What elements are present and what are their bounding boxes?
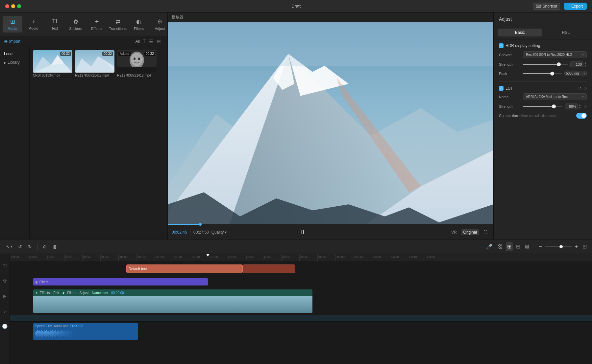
zoom-out-button[interactable]: − [537,242,543,251]
toolbar-item-text[interactable]: TI Text [45,16,64,32]
export-button[interactable]: ↑ Export [564,3,587,10]
peak-dropdown[interactable]: 5000 nits ▾ [564,71,587,76]
playhead-ruler [208,254,208,262]
strength-value[interactable] [570,61,583,67]
media-left-nav: Local ▶Library [0,47,30,239]
svg-rect-53 [62,331,62,336]
link-chain-button[interactable]: ⛓ [496,242,504,251]
media-panel: ⊕ Import All ⚿ ☰ ⊞ Local ▶Library [0,36,167,239]
ruler-mark: |01:00 [118,254,136,262]
time-total: 00:27:58 [193,230,209,235]
media-thumb-1[interactable]: 00:32 CRST001334.mov [33,50,72,77]
lut-reset-button[interactable]: ↺ [578,86,582,91]
toolbar-item-audio[interactable]: ♪ Audio [24,16,43,32]
svg-rect-46 [55,330,56,337]
lut-strength-diamond[interactable]: ◇ [584,104,587,109]
toolbar-item-filters[interactable]: ◐ Filters [129,16,149,33]
filters-clip[interactable]: ◐ Filters [33,278,208,285]
media-thumb-2[interactable]: 00:32 RE127838721412.mp4 [75,50,114,77]
adjust-title: Adjust [494,12,592,26]
svg-rect-40 [49,332,50,335]
ruler-mark: |01:50 [209,254,227,262]
lut-strength-down[interactable]: ▼ [579,107,581,109]
svg-point-10 [134,57,136,60]
lut-strength-up[interactable]: ▲ [579,104,581,106]
thumb-duration-1: 00:32 [60,52,71,56]
grid-view-icon[interactable]: ⊞ [157,39,163,44]
import-button[interactable]: ⊕ Import [4,39,20,44]
text-clip-main[interactable]: Default text [126,264,243,273]
select-tool[interactable]: ↖ ▾ [4,243,14,251]
svg-rect-35 [44,330,45,337]
toolbar-item-stickers[interactable]: ✿ Stickers [66,16,86,33]
peak-slider[interactable] [523,73,562,74]
hdr-checkbox[interactable]: ✓ [499,43,504,48]
audio-track: Speed 2.0x Audio.aac 00:00:00 [10,322,592,342]
video-progress-bar[interactable] [168,224,493,225]
lut-strength-value[interactable] [565,103,578,109]
svg-rect-42 [51,331,52,336]
ruler-mark: |02:00 [227,254,245,262]
play-pause-button[interactable]: ⏸ [300,229,306,236]
split-button[interactable]: ⊘ [41,243,49,251]
delete-button[interactable]: 🗑 [51,243,59,251]
fit-timeline-button[interactable]: ⊡ [581,242,588,251]
complexion-toggle[interactable] [576,113,587,119]
svg-rect-49 [58,330,59,337]
tab-hsl[interactable]: HSL [544,29,588,36]
split-link-button[interactable]: ⊠ [524,242,530,251]
strength-down[interactable]: ▼ [584,65,587,67]
original-button[interactable]: Original [461,229,479,235]
quality-button[interactable]: Quality ▾ [211,230,227,235]
toolbar-item-adjust[interactable]: ⚙ Adjust [150,16,170,33]
svg-rect-60 [69,330,69,337]
fullscreen-video-button[interactable]: ⛶ [481,229,489,235]
mic-button[interactable]: 🎤 [485,242,494,251]
lut-controls: ↺ ◇ [578,86,587,91]
lut-checkbox[interactable]: ✓ [499,86,504,91]
undo-button[interactable]: ↺ [16,243,24,251]
svg-rect-56 [65,332,65,336]
zoom-slider[interactable] [545,246,572,247]
fullscreen-button[interactable] [17,4,21,8]
redo-button[interactable]: ↻ [26,243,34,251]
audio-clip[interactable]: Speed 2.0x Audio.aac 00:00:00 [33,323,138,340]
tab-basic[interactable]: Basic [498,29,542,36]
effects-nav-icon: ✦ [94,18,99,25]
toolbar-item-effects[interactable]: ✦ Effects [87,16,107,33]
strength-slider[interactable] [523,64,568,65]
close-button[interactable] [5,4,9,8]
svg-rect-62 [71,330,71,337]
toolbar-item-transitions[interactable]: ⇄ Transitions [108,16,128,33]
video-panel: 播放器 [168,12,493,239]
nav-library[interactable]: ▶Library [0,58,29,67]
minimize-button[interactable] [11,4,15,8]
filters-clip-tag-icon: ◐ [62,291,65,295]
convert-dropdown[interactable]: Rec.709 SDR to Rec.2020 HLG ▾ [523,51,587,58]
svg-rect-33 [42,331,43,337]
snap-button[interactable]: ⊞ [506,242,513,251]
nav-local[interactable]: Local [0,50,29,58]
svg-rect-58 [67,330,67,338]
svg-rect-12 [117,67,157,73]
shortcut-button[interactable]: ⌨ Shortcut [533,3,560,10]
vr-button[interactable]: VR [449,229,459,235]
lut-diamond-button[interactable]: ◇ [584,86,587,91]
text-clip-right[interactable] [243,264,295,273]
list-view-icon[interactable]: ☰ [149,39,156,44]
lut-name-label: Name [499,95,520,99]
svg-point-11 [138,57,140,60]
ruler-mark: |00:20 [46,254,64,262]
toolbar-item-media[interactable]: ⊞ Media [3,16,22,33]
strength-up[interactable]: ▲ [584,62,587,64]
lut-name-dropdown[interactable]: ARRI ALEXA Mini ...c to Rec.709 ▾ [523,93,587,100]
svg-rect-61 [70,331,70,336]
lut-strength-slider[interactable] [523,106,562,107]
clock-track-icon: 🕐 [2,324,8,329]
magnet-button[interactable]: ⊟ [515,242,522,251]
video-clip-main[interactable]: ✦ Effects – Edit ◐ Filters Adjust Name.m… [33,289,313,313]
media-thumb-3[interactable]: 00:32 Added RE127838721412.mp4 [117,50,157,77]
section-divider-1 [499,81,587,82]
zoom-in-button[interactable]: + [574,242,579,251]
peak-row: Peak 5000 nits ▾ [499,71,587,76]
